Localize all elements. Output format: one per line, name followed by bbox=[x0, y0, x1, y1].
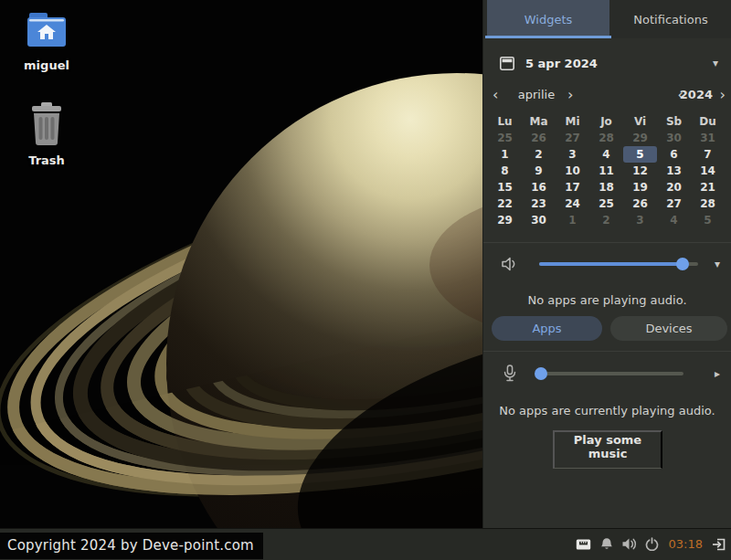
calendar-day[interactable]: 1 bbox=[488, 146, 522, 163]
weekday-header: Sb bbox=[657, 113, 691, 130]
next-month-button[interactable]: › bbox=[567, 88, 573, 102]
calendar-day[interactable]: 2 bbox=[522, 146, 556, 163]
calendar-day[interactable]: 5 bbox=[623, 146, 657, 163]
volume-slider-fill bbox=[539, 262, 683, 266]
calendar-day[interactable]: 25 bbox=[488, 130, 522, 146]
separator bbox=[483, 351, 731, 352]
calendar-grid: LuMaMiJoViSbDu 2526272829303112345678910… bbox=[488, 113, 725, 228]
prev-month-button[interactable]: ‹ bbox=[493, 88, 498, 102]
calendar-icon bbox=[500, 57, 514, 70]
volume-dropdown-icon[interactable]: ▾ bbox=[715, 258, 720, 270]
calendar-day[interactable]: 13 bbox=[657, 163, 691, 179]
calendar-weekday-row: LuMaMiJoViSbDu bbox=[488, 113, 725, 130]
calendar-day[interactable]: 25 bbox=[589, 195, 623, 212]
month-label: aprilie bbox=[509, 88, 564, 101]
microphone-row: ▸ bbox=[483, 360, 731, 387]
calendar-day[interactable]: 27 bbox=[657, 195, 691, 212]
exit-icon[interactable] bbox=[711, 534, 727, 555]
microphone-icon[interactable] bbox=[503, 365, 516, 383]
audio-status-text: No apps are playing audio. bbox=[483, 293, 731, 307]
calendar-day[interactable]: 26 bbox=[522, 130, 556, 146]
playback-status-text: No apps are currently playing audio. bbox=[483, 404, 731, 417]
desktop-icon-label: Trash bbox=[7, 153, 86, 167]
year-label: 2024 bbox=[680, 88, 713, 101]
panel-tabstrip: Widgets Notifications bbox=[483, 0, 731, 38]
microphone-slider-handle[interactable] bbox=[535, 367, 547, 380]
calendar-day[interactable]: 12 bbox=[623, 163, 657, 179]
calendar-day[interactable]: 29 bbox=[488, 212, 522, 228]
volume-row: ▾ bbox=[483, 250, 731, 278]
weekday-header: Jo bbox=[589, 113, 623, 130]
microphone-expand-icon[interactable]: ▸ bbox=[715, 367, 720, 380]
calendar-day[interactable]: 21 bbox=[691, 179, 725, 195]
calendar-day[interactable]: 10 bbox=[556, 163, 589, 179]
calendar-day[interactable]: 1 bbox=[556, 212, 589, 228]
calendar-day[interactable]: 11 bbox=[589, 163, 623, 179]
calendar-day[interactable]: 3 bbox=[556, 146, 589, 163]
calendar-collapse-arrow-icon[interactable]: ▾ bbox=[713, 57, 718, 69]
microphone-slider[interactable] bbox=[535, 367, 683, 380]
calendar-day[interactable]: 8 bbox=[488, 163, 522, 179]
calendar-current-date: 5 apr 2024 bbox=[525, 57, 598, 70]
calendar-day[interactable]: 17 bbox=[556, 179, 589, 195]
calendar-day[interactable]: 18 bbox=[589, 179, 623, 195]
desktop: miguel Trash Widgets Notifications bbox=[0, 0, 731, 560]
volume-slider-handle[interactable] bbox=[676, 258, 689, 270]
separator bbox=[483, 242, 731, 243]
audio-toggle-group: Apps Devices bbox=[483, 316, 731, 341]
taskbar-clock[interactable]: 03:18 bbox=[667, 537, 705, 551]
calendar-day[interactable]: 30 bbox=[522, 212, 556, 228]
calendar-day[interactable]: 9 bbox=[522, 163, 556, 179]
calendar-day[interactable]: 7 bbox=[691, 146, 725, 163]
next-year-button[interactable]: › bbox=[720, 88, 726, 102]
calendar-day[interactable]: 23 bbox=[522, 195, 556, 212]
power-icon[interactable] bbox=[644, 534, 661, 555]
devices-toggle-button[interactable]: Devices bbox=[610, 316, 727, 341]
active-tab-underline bbox=[485, 36, 611, 38]
calendar-day[interactable]: 26 bbox=[623, 195, 657, 212]
system-tray: 03:18 bbox=[576, 528, 727, 560]
calendar-day[interactable]: 31 bbox=[691, 130, 725, 146]
desktop-icon-label: miguel bbox=[7, 58, 86, 72]
weekday-header: Ma bbox=[522, 113, 556, 130]
speaker-icon[interactable] bbox=[621, 534, 638, 555]
calendar-month-nav: ‹ aprilie › ‹ 2024 › bbox=[483, 86, 731, 108]
calendar-day[interactable]: 15 bbox=[488, 179, 522, 195]
calendar-day[interactable]: 14 bbox=[691, 163, 725, 179]
calendar-header[interactable]: 5 apr 2024 ▾ bbox=[483, 48, 731, 79]
microphone-slider-track[interactable] bbox=[535, 372, 683, 375]
calendar-days: 2526272829303112345678910111213141516171… bbox=[488, 130, 725, 228]
calendar-day[interactable]: 5 bbox=[691, 212, 725, 228]
speaker-icon[interactable] bbox=[501, 256, 519, 272]
weekday-header: Mi bbox=[556, 113, 589, 130]
tab-widgets[interactable]: Widgets bbox=[487, 0, 609, 38]
calendar-day[interactable]: 4 bbox=[657, 212, 691, 228]
weekday-header: Du bbox=[691, 113, 725, 130]
tab-notifications[interactable]: Notifications bbox=[609, 0, 731, 38]
apps-toggle-button[interactable]: Apps bbox=[492, 316, 602, 341]
calendar-day[interactable]: 16 bbox=[522, 179, 556, 195]
desktop-icon-trash[interactable]: Trash bbox=[7, 102, 86, 167]
volume-slider[interactable] bbox=[539, 258, 698, 270]
calendar-day[interactable]: 29 bbox=[623, 130, 657, 146]
calendar-day[interactable]: 2 bbox=[589, 212, 623, 228]
weekday-header: Vi bbox=[623, 113, 657, 130]
calendar-day[interactable]: 6 bbox=[657, 146, 691, 163]
widgets-panel: Widgets Notifications 5 apr 2024 ▾ ‹ apr… bbox=[482, 0, 731, 528]
calendar-day[interactable]: 3 bbox=[623, 212, 657, 228]
network-icon[interactable] bbox=[576, 534, 592, 555]
desktop-icon-home-folder[interactable]: miguel bbox=[7, 9, 86, 72]
calendar-day[interactable]: 27 bbox=[556, 130, 589, 146]
weekday-header: Lu bbox=[488, 113, 522, 130]
calendar-day[interactable]: 28 bbox=[691, 195, 725, 212]
calendar-day[interactable]: 19 bbox=[623, 179, 657, 195]
bell-icon[interactable] bbox=[599, 534, 615, 555]
copyright-watermark: Copyright 2024 by Deve-point.com bbox=[0, 533, 263, 559]
calendar-day[interactable]: 24 bbox=[556, 195, 589, 212]
play-some-music-button[interactable]: Play some music bbox=[553, 430, 662, 469]
calendar-day[interactable]: 28 bbox=[589, 130, 623, 146]
calendar-day[interactable]: 22 bbox=[488, 195, 522, 212]
calendar-day[interactable]: 4 bbox=[589, 146, 623, 163]
calendar-day[interactable]: 30 bbox=[657, 130, 691, 146]
calendar-day[interactable]: 20 bbox=[657, 179, 691, 195]
